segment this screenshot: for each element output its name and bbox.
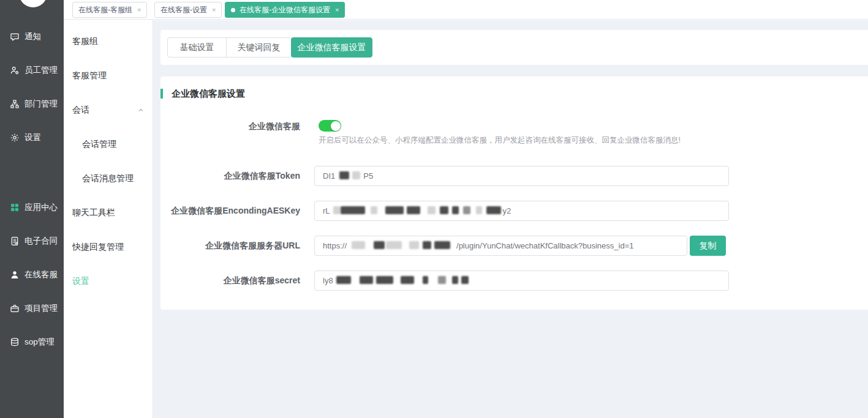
section-accent-bar bbox=[160, 89, 163, 99]
notification-icon bbox=[9, 32, 20, 42]
sidebar-item-online-service[interactable]: 在线客服 bbox=[9, 269, 58, 281]
close-icon[interactable]: × bbox=[212, 7, 216, 13]
sidebar-item-e-contract[interactable]: 电子合同 bbox=[9, 235, 58, 247]
sop-management-icon bbox=[9, 337, 20, 348]
server-url-value-prefix: https:// bbox=[323, 241, 347, 250]
window-tab-label: 在线客服-企业微信客服设置 bbox=[240, 5, 330, 15]
submenu-item-label: 聊天工具栏 bbox=[72, 206, 115, 218]
submenu-item-settings[interactable]: 设置 bbox=[64, 275, 153, 287]
sidebar-item-notifications[interactable]: 通知 bbox=[9, 31, 41, 43]
server-url-value-suffix: /plugin/YunChat/wechatKfCallback?busines… bbox=[456, 241, 633, 250]
sidebar-item-settings[interactable]: 设置 bbox=[9, 132, 41, 144]
close-icon[interactable]: × bbox=[137, 7, 141, 13]
sidebar-item-label: 在线客服 bbox=[25, 269, 58, 280]
sidebar-item-projects[interactable]: 项目管理 bbox=[9, 302, 58, 315]
submenu-item-session-management[interactable]: 会话管理 bbox=[64, 138, 153, 150]
sidebar-item-employees[interactable]: 员工管理 bbox=[9, 64, 58, 77]
window-tab-service-group[interactable]: 在线客服-客服组 × bbox=[72, 2, 147, 18]
window-tab-settings[interactable]: 在线客服-设置 × bbox=[154, 2, 222, 18]
server-url-redacted-value bbox=[347, 241, 456, 251]
sidebar-item-label: 部门管理 bbox=[25, 99, 58, 110]
aeskey-value-suffix: y2 bbox=[503, 206, 511, 215]
tab-basic-settings[interactable]: 基础设置 bbox=[167, 37, 227, 58]
submenu-item-label: 快捷回复管理 bbox=[72, 241, 124, 253]
submenu-item-label: 会话 bbox=[72, 103, 89, 116]
sidebar-item-departments[interactable]: 部门管理 bbox=[9, 98, 58, 110]
wechat-kf-toggle[interactable] bbox=[319, 120, 341, 132]
token-redacted-value bbox=[335, 171, 363, 181]
window-tab-label: 在线客服-客服组 bbox=[78, 5, 132, 15]
secret-redacted-value bbox=[333, 276, 469, 286]
token-value-prefix: DI1 bbox=[323, 171, 335, 181]
sidebar-item-sop[interactable]: sop管理 bbox=[9, 336, 55, 348]
submenu-item-chat-toolbar[interactable]: 聊天工具栏 bbox=[64, 206, 153, 218]
token-input[interactable]: DI1P5 bbox=[314, 166, 729, 186]
submenu-item-label: 会话管理 bbox=[82, 138, 116, 150]
secret-value-prefix: ly8 bbox=[323, 276, 333, 285]
submenu-item-label: 客服管理 bbox=[72, 69, 107, 81]
tab-keyword-reply[interactable]: 关键词回复 bbox=[226, 37, 292, 58]
server-url-input[interactable]: https:///plugin/YunChat/wechatKfCallback… bbox=[314, 236, 687, 256]
content-tabs-panel: 基础设置 关键词回复 企业微信客服设置 bbox=[160, 30, 868, 65]
employee-management-icon bbox=[9, 65, 20, 76]
wechat-kf-settings-panel: 企业微信客服设置 企业微信客服 开启后可以在公众号、小程序端配置企业微信客服，用… bbox=[160, 77, 868, 310]
secret-label: 企业微信客服secret bbox=[160, 274, 300, 286]
toggle-label: 企业微信客服 bbox=[160, 120, 300, 132]
secret-input[interactable]: ly8 bbox=[314, 271, 729, 291]
primary-sidebar: 通知 员工管理 部门管理 设置 应用中心 电子合同 在线客服 bbox=[0, 0, 64, 418]
app-center-icon bbox=[9, 203, 20, 213]
sidebar-item-label: 员工管理 bbox=[25, 65, 58, 76]
aeskey-redacted-value bbox=[330, 206, 503, 216]
submenu-item-label: 会话消息管理 bbox=[82, 172, 134, 184]
aeskey-label: 企业微信客服EncondingAESKey bbox=[160, 204, 300, 217]
sidebar-item-app-center[interactable]: 应用中心 bbox=[9, 201, 58, 214]
tab-wechat-kf-settings[interactable]: 企业微信客服设置 bbox=[291, 37, 372, 58]
toggle-knob bbox=[331, 121, 341, 131]
token-value-suffix: P5 bbox=[363, 171, 373, 181]
close-icon[interactable]: × bbox=[335, 7, 339, 13]
sidebar-item-label: sop管理 bbox=[25, 337, 55, 348]
sidebar-item-label: 设置 bbox=[25, 132, 41, 143]
submenu-item-label: 设置 bbox=[72, 275, 89, 287]
submenu-item-service-management[interactable]: 客服管理 bbox=[64, 69, 153, 81]
toggle-hint: 开启后可以在公众号、小程序端配置企业微信客服，用户发起咨询在线客服可接收、回复企… bbox=[319, 135, 681, 146]
section-title: 企业微信客服设置 bbox=[172, 88, 245, 100]
sidebar-item-label: 通知 bbox=[25, 31, 41, 42]
submenu-item-session-message-management[interactable]: 会话消息管理 bbox=[64, 172, 153, 184]
submenu-item-service-group[interactable]: 客服组 bbox=[64, 35, 153, 47]
submenu-item-quick-reply[interactable]: 快捷回复管理 bbox=[64, 241, 153, 253]
aeskey-input[interactable]: rLy2 bbox=[314, 201, 729, 221]
settings-icon bbox=[9, 133, 20, 143]
active-dot-icon bbox=[231, 8, 235, 12]
submenu-item-sessions[interactable]: 会话 bbox=[64, 103, 153, 116]
window-tab-label: 在线客服-设置 bbox=[160, 5, 207, 15]
avatar[interactable] bbox=[19, 0, 47, 7]
server-url-label: 企业微信客服服务器URL bbox=[160, 239, 300, 252]
aeskey-value-prefix: rL bbox=[323, 206, 330, 215]
secondary-sidebar: 客服组 客服管理 会话 会话管理 会话消息管理 聊天工具栏 快捷回复管理 设置 bbox=[64, 20, 153, 418]
sidebar-item-label: 应用中心 bbox=[25, 202, 58, 213]
window-tab-wechat-kf-settings[interactable]: 在线客服-企业微信客服设置 × bbox=[225, 2, 345, 18]
sidebar-item-label: 项目管理 bbox=[25, 303, 58, 314]
token-label: 企业微信客服Token bbox=[160, 170, 300, 182]
online-service-icon bbox=[9, 270, 20, 280]
e-contract-icon bbox=[9, 236, 20, 247]
content-tab-group: 基础设置 关键词回复 企业微信客服设置 bbox=[167, 37, 372, 58]
project-management-icon bbox=[9, 304, 20, 314]
main-content: 基础设置 关键词回复 企业微信客服设置 企业微信客服设置 企业微信客服 开启后可… bbox=[153, 20, 868, 418]
chevron-up-icon[interactable] bbox=[137, 106, 145, 113]
submenu-item-label: 客服组 bbox=[72, 35, 98, 47]
window-tabstrip: 在线客服-客服组 × 在线客服-设置 × 在线客服-企业微信客服设置 × bbox=[64, 0, 868, 20]
copy-button[interactable]: 复制 bbox=[690, 236, 726, 256]
department-management-icon bbox=[9, 99, 20, 110]
sidebar-item-label: 电子合同 bbox=[25, 236, 58, 247]
